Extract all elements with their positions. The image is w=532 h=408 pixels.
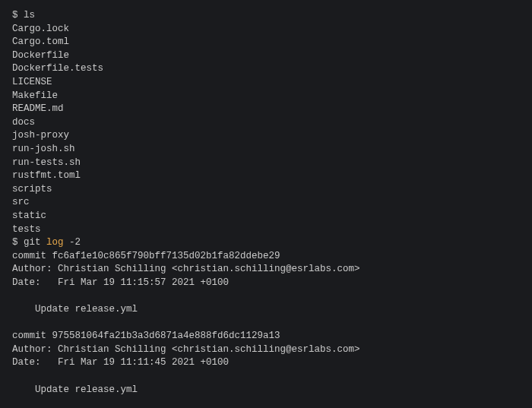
- cmd-git-keyword: log: [46, 237, 64, 248]
- ls-output-line: Makefile: [12, 90, 58, 101]
- ls-output-line: LICENSE: [12, 77, 52, 87]
- prompt-symbol: $: [12, 237, 24, 248]
- ls-output-line: josh-proxy: [12, 130, 69, 141]
- cmd-git-suffix: -2: [64, 237, 81, 248]
- commit-message: Update release.yml: [12, 304, 138, 315]
- ls-output-line: docs: [12, 117, 35, 128]
- commit-author: Author: Christian Schilling <christian.s…: [12, 344, 360, 355]
- ls-output-line: Cargo.toml: [12, 36, 69, 47]
- ls-output-line: run-tests.sh: [12, 157, 81, 168]
- prompt-line-ls: $ ls: [12, 10, 35, 21]
- ls-output-line: src: [12, 197, 30, 207]
- cmd-ls: ls: [24, 10, 35, 21]
- ls-output-line: tests: [12, 224, 41, 235]
- ls-output-line: static: [12, 210, 46, 221]
- commit-author: Author: Christian Schilling <christian.s…: [12, 264, 360, 274]
- commit-hash: commit 975581064fa21b3a3d6871a4e888fd6dc…: [12, 331, 280, 341]
- commit-date: Date: Fri Mar 19 11:11:45 2021 +0100: [12, 357, 229, 368]
- ls-output-line: Cargo.lock: [12, 24, 69, 34]
- terminal[interactable]: $ ls Cargo.lock Cargo.toml Dockerfile Do…: [0, 0, 532, 408]
- commit-message: Update release.yml: [12, 384, 138, 395]
- ls-output-line: README.md: [12, 103, 64, 114]
- cmd-git-prefix: git: [24, 237, 46, 248]
- ls-output-line: scripts: [12, 184, 52, 195]
- ls-output-line: Dockerfile.tests: [12, 63, 103, 74]
- commit-date: Date: Fri Mar 19 11:15:57 2021 +0100: [12, 277, 229, 288]
- commit-hash: commit fc6af1e10c865f790bff7135d02b1fa82…: [12, 251, 280, 261]
- prompt-line-git: $ git log -2: [12, 237, 81, 248]
- prompt-symbol: $: [12, 10, 24, 21]
- ls-output-line: rustfmt.toml: [12, 170, 81, 181]
- ls-output-line: Dockerfile: [12, 50, 69, 61]
- ls-output-line: run-josh.sh: [12, 144, 75, 154]
